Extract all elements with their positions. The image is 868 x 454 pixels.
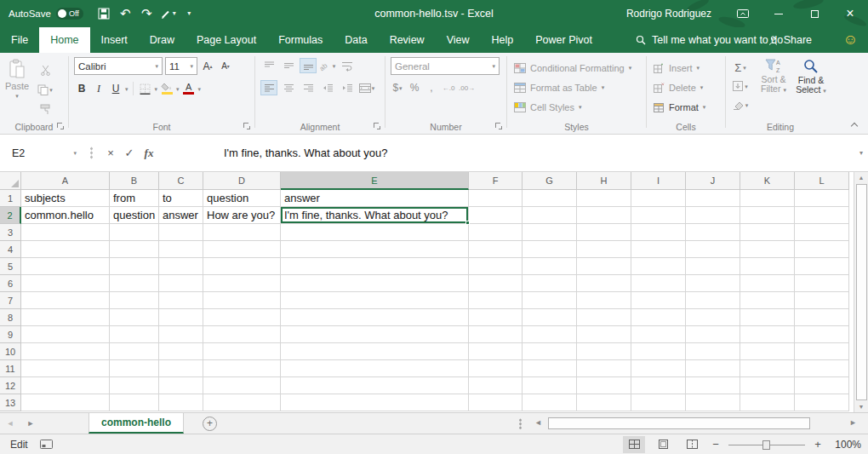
column-header-F[interactable]: F: [469, 172, 523, 190]
cell-D1[interactable]: question: [203, 190, 281, 207]
cell-I13[interactable]: [631, 394, 686, 411]
cell-I1[interactable]: [631, 190, 686, 207]
cell-H2[interactable]: [577, 207, 631, 224]
cell-H8[interactable]: [577, 309, 631, 326]
cell-G7[interactable]: [523, 292, 577, 309]
decrease-font-size-button[interactable]: A▾: [218, 58, 233, 75]
cell-E5[interactable]: [281, 258, 469, 275]
autosave-pill[interactable]: Off: [56, 8, 83, 20]
cell-L3[interactable]: [795, 224, 849, 241]
new-sheet-button[interactable]: +: [203, 417, 217, 431]
hscroll-left-icon[interactable]: ◄: [534, 418, 542, 427]
cell-G3[interactable]: [523, 224, 577, 241]
cell-L7[interactable]: [795, 292, 849, 309]
vertical-scroll-thumb[interactable]: [856, 184, 867, 400]
user-name[interactable]: Rodrigo Rodriguez: [626, 8, 711, 20]
font-size-combo[interactable]: 11▾: [165, 57, 197, 75]
row-header-11[interactable]: 11: [0, 360, 21, 377]
cell-G9[interactable]: [523, 326, 577, 343]
row-header-12[interactable]: 12: [0, 377, 21, 394]
fill-button[interactable]: ▾: [726, 77, 755, 95]
cell-I10[interactable]: [631, 343, 686, 360]
cell-H4[interactable]: [577, 241, 631, 258]
zoom-slider[interactable]: [728, 437, 805, 452]
cell-E8[interactable]: [281, 309, 469, 326]
cell-L4[interactable]: [795, 241, 849, 258]
cell-D10[interactable]: [203, 343, 281, 360]
cell-F7[interactable]: [469, 292, 523, 309]
cell-H6[interactable]: [577, 275, 631, 292]
decrease-indent-button[interactable]: [319, 80, 336, 95]
font-dialog-launcher[interactable]: [243, 123, 251, 130]
cell-E10[interactable]: [281, 343, 469, 360]
pen-mode-button[interactable]: ▾: [157, 3, 179, 25]
cell-D6[interactable]: [203, 275, 281, 292]
cell-H7[interactable]: [577, 292, 631, 309]
row-header-9[interactable]: 9: [0, 326, 21, 343]
cell-L13[interactable]: [795, 394, 849, 411]
row-header-1[interactable]: 1: [0, 190, 21, 207]
cell-E13[interactable]: [281, 394, 469, 411]
cell-C8[interactable]: [159, 309, 203, 326]
ribbon-tab-home[interactable]: Home: [39, 27, 89, 53]
cell-D8[interactable]: [203, 309, 281, 326]
cell-H12[interactable]: [577, 377, 631, 394]
format-as-table-button[interactable]: Format as Table ▾: [507, 78, 646, 97]
insert-function-button[interactable]: fx: [139, 143, 159, 164]
cell-styles-button[interactable]: Cell Styles ▾: [507, 97, 646, 117]
cell-L9[interactable]: [795, 326, 849, 343]
cell-I9[interactable]: [631, 326, 686, 343]
fill-color-button[interactable]: [159, 80, 174, 97]
cell-J6[interactable]: [686, 275, 740, 292]
cell-D3[interactable]: [203, 224, 281, 241]
redo-button[interactable]: ↷: [136, 3, 157, 25]
cell-A5[interactable]: [21, 258, 110, 275]
formula-input[interactable]: I'm fine, thanks. What about you?: [159, 147, 868, 159]
cell-B8[interactable]: [110, 309, 159, 326]
ribbon-tab-power-pivot[interactable]: Power Pivot: [524, 27, 603, 53]
name-box[interactable]: E2 ▾: [7, 143, 82, 164]
save-button[interactable]: [94, 3, 115, 25]
cell-F12[interactable]: [469, 377, 523, 394]
bottom-align-button[interactable]: [300, 58, 317, 73]
zoom-in-button[interactable]: +: [812, 438, 824, 451]
ribbon-tab-draw[interactable]: Draw: [139, 27, 186, 53]
number-dialog-launcher[interactable]: [495, 123, 503, 130]
cell-F8[interactable]: [469, 309, 523, 326]
cell-H1[interactable]: [577, 190, 631, 207]
cell-K11[interactable]: [740, 360, 795, 377]
ribbon-tab-page-layout[interactable]: Page Layout: [186, 27, 267, 53]
undo-button[interactable]: ↶: [115, 3, 136, 25]
clipboard-dialog-launcher[interactable]: [57, 123, 65, 130]
decrease-decimal-button[interactable]: .00→: [459, 80, 475, 95]
wrap-text-button[interactable]: [339, 58, 356, 73]
format-painter-button[interactable]: [34, 101, 56, 117]
cell-A6[interactable]: [21, 275, 110, 292]
cell-B3[interactable]: [110, 224, 159, 241]
row-header-6[interactable]: 6: [0, 275, 21, 292]
cell-F3[interactable]: [469, 224, 523, 241]
cell-L11[interactable]: [795, 360, 849, 377]
cell-L1[interactable]: [795, 190, 849, 207]
scroll-down-icon[interactable]: ▼: [859, 401, 865, 412]
cell-J2[interactable]: [686, 207, 740, 224]
cell-A7[interactable]: [21, 292, 110, 309]
cell-D4[interactable]: [203, 241, 281, 258]
increase-font-size-button[interactable]: A▴: [200, 58, 215, 75]
sheet-nav-right-icon[interactable]: ►: [20, 419, 41, 428]
zoom-level[interactable]: 100%: [831, 439, 861, 451]
bold-button[interactable]: B: [74, 80, 89, 97]
cell-K13[interactable]: [740, 394, 795, 411]
cell-B12[interactable]: [110, 377, 159, 394]
cell-F6[interactable]: [469, 275, 523, 292]
normal-view-button[interactable]: [623, 436, 645, 453]
zoom-out-button[interactable]: −: [710, 438, 722, 451]
page-break-view-button[interactable]: [681, 436, 703, 453]
cell-B5[interactable]: [110, 258, 159, 275]
column-header-A[interactable]: A: [21, 172, 110, 190]
cell-I2[interactable]: [631, 207, 686, 224]
cell-D11[interactable]: [203, 360, 281, 377]
italic-button[interactable]: I: [91, 80, 106, 97]
cell-E6[interactable]: [281, 275, 469, 292]
cell-F2[interactable]: [469, 207, 523, 224]
